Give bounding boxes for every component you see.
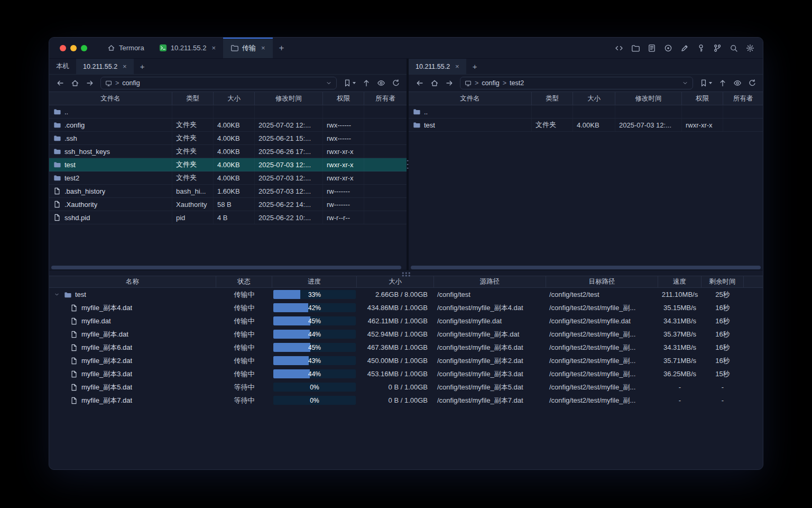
- file-row[interactable]: test2文件夹4.00KB2025-07-03 12:...rwxr-xr-x: [49, 171, 407, 185]
- column-header[interactable]: 剩余时间: [702, 276, 744, 287]
- edit-icon[interactable]: [680, 44, 689, 52]
- column-header[interactable]: 状态: [216, 276, 272, 287]
- file-row[interactable]: sshd.pidpid4 B2025-06-22 10:...rw-r--r--: [49, 211, 407, 224]
- log-icon[interactable]: [648, 44, 656, 52]
- column-header[interactable]: 速度: [658, 276, 702, 287]
- file-row[interactable]: .XauthorityXauthority58 B2025-06-22 14:.…: [49, 198, 407, 211]
- transfer-row[interactable]: myfile_副本2.dat传输中43%450.00MB / 1.00GB/co…: [49, 354, 763, 367]
- horizontal-scrollbar[interactable]: [409, 265, 763, 270]
- breadcrumb-item[interactable]: config: [482, 79, 499, 87]
- column-header[interactable]: 权限: [682, 92, 723, 105]
- transfer-row[interactable]: test传输中33%2.66GB / 8.00GB/config/test/co…: [49, 288, 763, 301]
- transfer-row[interactable]: myfile_副本.dat传输中44%452.94MB / 1.00GB/con…: [49, 328, 763, 341]
- refresh-button[interactable]: [389, 77, 402, 89]
- breadcrumb-item[interactable]: test2: [510, 79, 524, 87]
- show-hidden-button[interactable]: [374, 77, 387, 89]
- file-row[interactable]: test文件夹4.00KB2025-07-03 12:...rwxr-xr-x: [49, 158, 407, 171]
- column-header[interactable]: 文件名: [49, 92, 172, 105]
- transfer-row[interactable]: myfile_副本5.dat等待中0%0 B / 1.00GB/config/t…: [49, 380, 763, 394]
- column-header[interactable]: 修改时间: [615, 92, 682, 105]
- host-icon: [105, 80, 112, 87]
- file-row[interactable]: .ssh文件夹4.00KB2025-06-21 15:...rwx------: [49, 132, 407, 145]
- chevron-down-icon[interactable]: [326, 80, 332, 86]
- file-row[interactable]: .bash_historybash_hi...1.60KB2025-07-03 …: [49, 185, 407, 198]
- file-row[interactable]: ..: [49, 105, 407, 119]
- file-row[interactable]: test文件夹4.00KB2025-07-03 12:...rwxr-xr-x: [409, 119, 763, 132]
- column-header[interactable]: 大小: [357, 276, 434, 287]
- path-breadcrumb[interactable]: >config>test2: [460, 77, 693, 89]
- path-breadcrumb[interactable]: >config: [100, 77, 337, 89]
- close-tab-icon[interactable]: ×: [123, 63, 127, 70]
- scrollbar-thumb[interactable]: [411, 266, 761, 269]
- minimize-window-button[interactable]: [70, 45, 77, 51]
- panel-tab[interactable]: 10.211.55.2×: [409, 59, 466, 74]
- search-icon[interactable]: [730, 44, 738, 52]
- folder-icon[interactable]: [631, 44, 640, 52]
- transfer-row[interactable]: myfile.dat传输中45%462.11MB / 1.00GB/config…: [49, 314, 763, 328]
- bookmark-dropdown-icon: [709, 82, 712, 84]
- new-panel-tab-button[interactable]: +: [134, 59, 151, 74]
- column-header[interactable]: 源路径: [434, 276, 546, 287]
- transfer-speed: 35.71MB/s: [658, 354, 702, 367]
- panel-tab[interactable]: 本机: [49, 59, 76, 74]
- zoom-window-button[interactable]: [81, 45, 87, 51]
- column-header[interactable]: 类型: [172, 92, 214, 105]
- collapse-chevron-icon[interactable]: [53, 292, 60, 297]
- app-tab[interactable]: 传输×: [223, 38, 273, 58]
- back-button[interactable]: [53, 77, 67, 89]
- column-header[interactable]: 进度: [272, 276, 357, 287]
- transfer-source-path: /config/test/myfile_副本2.dat: [434, 354, 546, 367]
- new-panel-tab-button[interactable]: +: [466, 59, 484, 74]
- panel-splitter[interactable]: [407, 59, 409, 270]
- transfer-row[interactable]: myfile_副本4.dat传输中42%434.86MB / 1.00GB/co…: [49, 301, 763, 314]
- column-header[interactable]: 修改时间: [255, 92, 323, 105]
- column-header[interactable]: 文件名: [409, 92, 532, 105]
- file-row[interactable]: ..: [409, 105, 763, 119]
- keygen-icon[interactable]: [697, 44, 705, 52]
- branch-icon[interactable]: [713, 44, 722, 52]
- upload-button[interactable]: [359, 77, 373, 89]
- home-button[interactable]: [68, 77, 81, 89]
- upload-button[interactable]: [716, 77, 729, 89]
- transfer-row[interactable]: myfile_副本7.dat等待中0%0 B / 1.00GB/config/t…: [49, 394, 763, 407]
- horizontal-scrollbar[interactable]: [49, 265, 407, 270]
- panel-tab[interactable]: 10.211.55.2×: [76, 59, 134, 74]
- app-tab[interactable]: 10.211.55.2×: [152, 38, 223, 58]
- column-header[interactable]: 大小: [573, 92, 615, 105]
- column-header[interactable]: 名称: [49, 276, 216, 287]
- close-tab-icon[interactable]: ×: [211, 44, 216, 51]
- forward-button[interactable]: [83, 77, 96, 89]
- app-tab[interactable]: Termora: [100, 38, 152, 58]
- scrollbar-thumb[interactable]: [51, 266, 401, 269]
- row-spacer: [744, 367, 763, 380]
- file-row[interactable]: .config文件夹4.00KB2025-07-02 12:...rwx----…: [49, 119, 407, 132]
- record-icon[interactable]: [664, 44, 672, 52]
- file-row[interactable]: ssh_host_keys文件夹4.00KB2025-06-26 17:...r…: [49, 145, 407, 158]
- refresh-button[interactable]: [745, 77, 759, 89]
- column-header[interactable]: 权限: [323, 92, 364, 105]
- transfer-row[interactable]: myfile_副本3.dat传输中44%453.16MB / 1.00GB/co…: [49, 367, 763, 380]
- close-window-button[interactable]: [60, 45, 66, 51]
- close-tab-icon[interactable]: ×: [261, 44, 265, 51]
- forward-button[interactable]: [442, 77, 456, 89]
- breadcrumb-separator: >: [503, 79, 506, 87]
- home-button[interactable]: [428, 77, 441, 89]
- chevron-down-icon[interactable]: [682, 80, 688, 86]
- bookmark-button[interactable]: [697, 77, 714, 89]
- breadcrumb-item[interactable]: config: [122, 79, 140, 87]
- bookmark-button[interactable]: [341, 77, 358, 89]
- transfer-row[interactable]: myfile_副本6.dat传输中45%467.36MB / 1.00GB/co…: [49, 341, 763, 354]
- column-header[interactable]: 大小: [214, 92, 255, 105]
- code-icon[interactable]: [615, 44, 623, 52]
- show-hidden-button[interactable]: [731, 77, 744, 89]
- back-button[interactable]: [413, 77, 426, 89]
- new-tab-button[interactable]: +: [273, 38, 291, 58]
- column-header[interactable]: 所有者: [364, 92, 407, 105]
- settings-icon[interactable]: [746, 44, 754, 52]
- file-permissions: rwx------: [323, 119, 364, 131]
- transfer-splitter[interactable]: [49, 270, 763, 276]
- column-header[interactable]: 目标路径: [546, 276, 658, 287]
- column-header[interactable]: 所有者: [723, 92, 763, 105]
- column-header[interactable]: 类型: [532, 92, 573, 105]
- close-tab-icon[interactable]: ×: [455, 63, 459, 70]
